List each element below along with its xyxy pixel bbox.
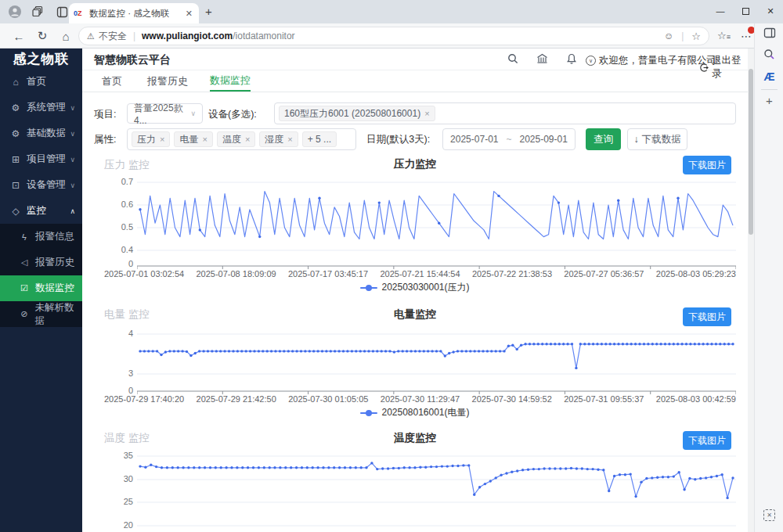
- sidebar-item-monitor[interactable]: ◇ 监控 ∧: [0, 198, 82, 224]
- temperature-chart[interactable]: [137, 452, 736, 532]
- device-multiselect[interactable]: 160型压力6001 (202508016001)×: [274, 102, 736, 124]
- sidebar-item-device[interactable]: ⊡ 设备管理 ∨: [0, 172, 82, 198]
- xtick: 2025-08-03 00:42:59: [656, 394, 736, 404]
- sidebar-item-label: 首页: [27, 75, 46, 88]
- pressure-chart[interactable]: [137, 178, 736, 270]
- date-range-picker[interactable]: 2025-07-01 ~ 2025-09-01: [442, 128, 576, 150]
- header-search-icon[interactable]: [507, 53, 518, 66]
- rail-search-icon[interactable]: [755, 49, 783, 63]
- xtick: 2025-07-29 17:40:20: [104, 394, 184, 404]
- legend-label: 202508016001(电量): [381, 406, 469, 419]
- pressure-legend[interactable]: 202503030001(压力): [82, 281, 748, 294]
- window-close-button[interactable]: ✕: [758, 0, 783, 22]
- attr-tag-label: 湿度: [265, 133, 283, 146]
- device-tag[interactable]: 160型压力6001 (202508016001)×: [279, 106, 435, 121]
- window-maximize-button[interactable]: [733, 0, 758, 22]
- home-icon[interactable]: ⌂: [56, 27, 75, 45]
- workspaces-icon[interactable]: [30, 3, 47, 20]
- date-end: 2025-09-01: [520, 134, 568, 145]
- xtick: 2025-07-29 21:42:50: [197, 394, 276, 404]
- remove-tag-icon[interactable]: ×: [424, 109, 429, 118]
- gear-icon: ⚙: [10, 128, 21, 139]
- window-minimize-button[interactable]: —: [708, 0, 733, 22]
- pill-divider: |: [681, 31, 684, 41]
- project-label: 项目:: [94, 108, 116, 121]
- xtick: 2025-07-27 05:36:57: [564, 269, 644, 279]
- translate-extension-icon[interactable]: Æ: [755, 70, 783, 83]
- sidebar-item-data-monitor[interactable]: ☑ 数据监控: [0, 275, 82, 301]
- header-bell-icon[interactable]: [566, 53, 577, 67]
- url-domain: www.puliangiot.com: [142, 31, 233, 41]
- battery-chart[interactable]: [137, 329, 736, 395]
- remove-tag-icon[interactable]: ×: [287, 135, 292, 144]
- rail-customize-icon[interactable]: ✕: [755, 509, 783, 521]
- remove-tag-icon[interactable]: ×: [202, 135, 207, 144]
- scrollbar-thumb[interactable]: [749, 69, 753, 235]
- project-select[interactable]: 普量2025款4... ∨: [127, 103, 203, 124]
- header-store-icon[interactable]: [536, 53, 548, 66]
- more-menu-icon[interactable]: ⋯: [741, 30, 752, 42]
- sidebar-item-label: 基础数据: [27, 127, 66, 140]
- back-icon[interactable]: ←: [9, 27, 28, 45]
- sidebar-item-basedata[interactable]: ⚙ 基础数据 ∨: [0, 120, 82, 146]
- temperature-download-image-button[interactable]: 下载图片: [683, 431, 731, 450]
- xtick: 2025-07-30 01:05:05: [288, 394, 368, 404]
- refresh-icon[interactable]: ↻: [33, 27, 52, 45]
- sidebar-panel-icon[interactable]: [755, 27, 783, 41]
- address-bar[interactable]: ⚠ 不安全 | www.puliangiot.com /iotdatamonit…: [78, 27, 709, 45]
- ytick: 25: [98, 497, 133, 506]
- attr-tag-more[interactable]: + 5 ...: [302, 131, 337, 147]
- app-topbar: 智慧物联云平台 ∨ 欢迎您，普量电子有限公司 退出登录: [82, 49, 748, 70]
- device-tag-label: 160型压力6001 (202508016001): [284, 107, 420, 120]
- xtick: 2025-07-21 15:44:54: [380, 269, 460, 279]
- download-icon: ↓: [633, 134, 638, 145]
- sidebar-item-alarm-info[interactable]: ϟ 报警信息: [0, 224, 82, 250]
- attr-tag-temperature[interactable]: 温度×: [217, 131, 255, 147]
- sidebar-item-system[interactable]: ⚙ 系统管理 ∨: [0, 95, 82, 120]
- xtick: 2025-07-31 09:55:37: [564, 394, 644, 404]
- project-select-value: 普量2025款4...: [134, 102, 184, 126]
- pressure-chart-title: 压力监控: [82, 157, 748, 171]
- sidebar-item-project[interactable]: ⊞ 项目管理 ∨: [0, 146, 82, 172]
- bolt-icon: ϟ: [19, 232, 30, 242]
- attr-tag-humidity[interactable]: 湿度×: [259, 131, 298, 147]
- feedback-smiley-icon[interactable]: ☺: [664, 31, 673, 41]
- remove-tag-icon[interactable]: ×: [160, 135, 164, 144]
- remove-tag-icon[interactable]: ×: [245, 135, 250, 144]
- legend-marker-icon: [360, 287, 377, 289]
- edge-sidebar-rail: Æ + ✕: [754, 23, 783, 532]
- tab-data-monitor[interactable]: 数据监控: [210, 70, 251, 92]
- sidebar-item-label: 监控: [27, 204, 46, 217]
- chevron-down-icon: ∨: [70, 156, 75, 164]
- attr-tag-battery[interactable]: 电量×: [174, 131, 212, 147]
- battery-chart-title: 电量监控: [82, 307, 748, 322]
- attr-tag-pressure[interactable]: 压力×: [132, 131, 170, 147]
- pressure-download-image-button[interactable]: 下载图片: [683, 156, 731, 174]
- sidebar-item-alarm-history[interactable]: ◁ 报警历史: [0, 250, 82, 275]
- welcome-user[interactable]: ∨ 欢迎您，普量电子有限公司: [586, 54, 716, 67]
- attribute-multiselect[interactable]: 压力× 电量× 温度× 湿度× + 5 ...: [127, 128, 356, 150]
- sidebar-item-unparsed-data[interactable]: ⊘ 未解析数据: [0, 301, 82, 327]
- new-tab-button[interactable]: +: [205, 5, 212, 18]
- tab-actions-icon[interactable]: [53, 3, 70, 20]
- favorite-star-icon[interactable]: ☆: [691, 31, 701, 42]
- tab-home[interactable]: 首页: [102, 70, 122, 92]
- not-secure-label[interactable]: 不安全: [99, 30, 127, 43]
- page-scrollbar[interactable]: [748, 49, 754, 532]
- url-path: /iotdatamonitor: [233, 31, 294, 41]
- tab-close-icon[interactable]: ✕: [184, 7, 194, 20]
- unparsed-icon: ⊘: [19, 309, 30, 319]
- sidebar-item-home[interactable]: ⌂ 首页: [0, 69, 82, 95]
- tab-alarm-history[interactable]: 报警历史: [147, 70, 188, 92]
- grid-icon: ⊞: [10, 154, 21, 165]
- battery-download-image-button[interactable]: 下载图片: [683, 307, 731, 326]
- ytick: 30: [98, 474, 133, 483]
- battery-legend[interactable]: 202508016001(电量): [82, 406, 748, 419]
- profile-avatar-icon[interactable]: [6, 3, 23, 20]
- browser-tab[interactable]: 0Z 数据监控 · 感之物联 ✕: [69, 3, 199, 23]
- search-button[interactable]: 查询: [586, 128, 621, 150]
- legend-label: 202503030001(压力): [381, 281, 469, 294]
- download-data-button[interactable]: ↓ 下载数据: [627, 128, 687, 150]
- rail-add-icon[interactable]: +: [755, 94, 783, 107]
- collections-icon[interactable]: ☆≡: [717, 30, 731, 41]
